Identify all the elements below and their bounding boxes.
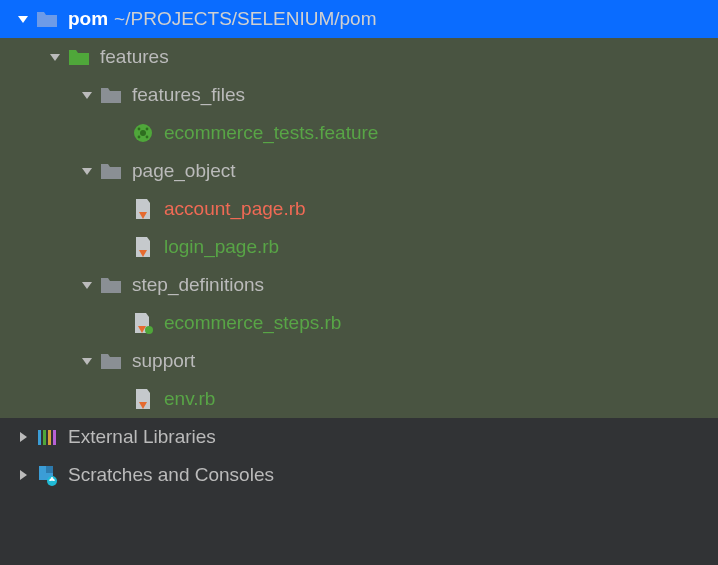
svg-point-6 — [145, 326, 153, 334]
chevron-down-icon[interactable] — [78, 276, 96, 294]
svg-point-4 — [138, 136, 141, 139]
test-folder-icon — [68, 46, 90, 68]
svg-point-2 — [138, 128, 141, 131]
tree-item-features[interactable]: features — [0, 38, 718, 76]
ruby-file-icon — [132, 388, 154, 410]
folder-label: page_object — [132, 160, 236, 182]
file-label: login_page.rb — [164, 236, 279, 258]
ruby-file-icon — [132, 198, 154, 220]
ruby-file-icon — [132, 236, 154, 258]
file-label: ecommerce_steps.rb — [164, 312, 341, 334]
folder-icon — [100, 84, 122, 106]
chevron-right-icon[interactable] — [14, 428, 32, 446]
tree-item-support[interactable]: support — [0, 342, 718, 380]
chevron-down-icon[interactable] — [14, 10, 32, 28]
folder-label: step_definitions — [132, 274, 264, 296]
svg-rect-10 — [53, 430, 56, 445]
folder-icon — [100, 160, 122, 182]
file-label: account_page.rb — [164, 198, 306, 220]
libraries-icon — [36, 426, 58, 448]
cucumber-icon — [132, 122, 154, 144]
scratches-label: Scratches and Consoles — [68, 464, 274, 486]
tree-empty-area — [0, 494, 718, 565]
scratches-icon — [36, 464, 58, 486]
chevron-right-icon[interactable] — [14, 466, 32, 484]
svg-rect-7 — [38, 430, 41, 445]
tree-item-ecommerce-steps[interactable]: ecommerce_steps.rb — [0, 304, 718, 342]
tree-item-scratches[interactable]: Scratches and Consoles — [0, 456, 718, 494]
tree-item-external-libraries[interactable]: External Libraries — [0, 418, 718, 456]
ruby-file-badge-icon — [132, 312, 154, 334]
svg-point-3 — [146, 128, 149, 131]
chevron-down-icon[interactable] — [46, 48, 64, 66]
tree-item-root[interactable]: pom ~/PROJECTS/SELENIUM/pom — [0, 0, 718, 38]
chevron-down-icon[interactable] — [78, 352, 96, 370]
folder-icon — [100, 350, 122, 372]
tree-item-account-page[interactable]: account_page.rb — [0, 190, 718, 228]
svg-point-5 — [146, 136, 149, 139]
tree-item-feature-file[interactable]: ecommerce_tests.feature — [0, 114, 718, 152]
folder-icon — [100, 274, 122, 296]
folder-label: features_files — [132, 84, 245, 106]
project-tree: pom ~/PROJECTS/SELENIUM/pom features fea… — [0, 0, 718, 565]
root-name: pom — [68, 8, 108, 30]
tree-item-features-files[interactable]: features_files — [0, 76, 718, 114]
tree-item-env[interactable]: env.rb — [0, 380, 718, 418]
svg-point-1 — [140, 130, 146, 136]
file-label: ecommerce_tests.feature — [164, 122, 378, 144]
root-path: ~/PROJECTS/SELENIUM/pom — [114, 8, 376, 30]
folder-label: features — [100, 46, 169, 68]
tree-item-page-object[interactable]: page_object — [0, 152, 718, 190]
chevron-down-icon[interactable] — [78, 86, 96, 104]
svg-rect-12 — [46, 466, 53, 473]
svg-rect-8 — [43, 430, 46, 445]
tree-item-login-page[interactable]: login_page.rb — [0, 228, 718, 266]
folder-label: support — [132, 350, 195, 372]
external-libraries-label: External Libraries — [68, 426, 216, 448]
tree-item-step-definitions[interactable]: step_definitions — [0, 266, 718, 304]
folder-icon — [36, 8, 58, 30]
file-label: env.rb — [164, 388, 215, 410]
svg-rect-9 — [48, 430, 51, 445]
chevron-down-icon[interactable] — [78, 162, 96, 180]
